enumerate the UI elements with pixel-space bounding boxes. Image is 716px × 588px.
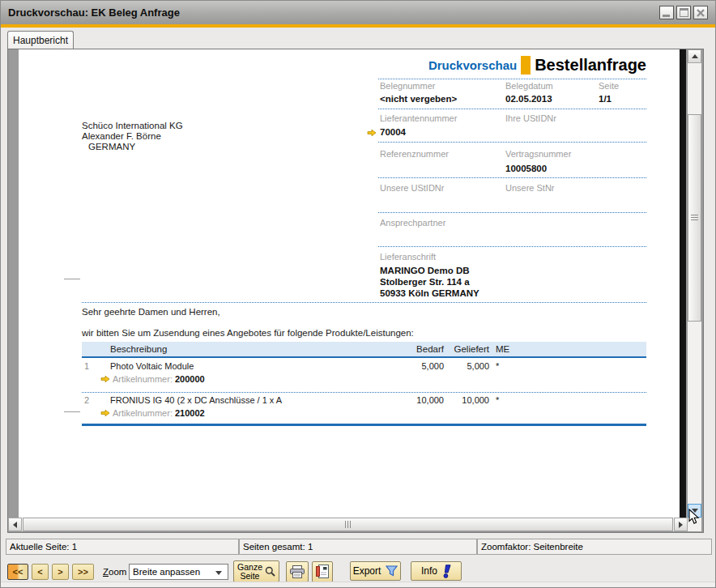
titlebar[interactable]: Druckvorschau: EK Beleg Anfrage xyxy=(1,1,715,24)
tab-hauptbericht[interactable]: Hauptbericht xyxy=(7,31,74,49)
mouse-cursor xyxy=(688,509,700,525)
scroll-right-button[interactable] xyxy=(674,518,688,531)
intro-text: wir bitten Sie um Zusendung eines Angebo… xyxy=(82,328,414,338)
value-belegdatum: 02.05.2013 xyxy=(505,94,552,104)
divider xyxy=(378,142,646,143)
label-lieferantennummer: Lieferantennummer xyxy=(380,113,457,123)
maximize-button[interactable] xyxy=(676,6,691,19)
scroll-right-icon xyxy=(679,522,683,528)
value-belegnummer: <nicht vergeben> xyxy=(380,94,457,104)
delivery-address: MARINGO Demo DB Stolberger Str. 114 a 50… xyxy=(380,265,479,299)
thumb-grip xyxy=(691,215,698,221)
col-header-me: ME xyxy=(496,344,509,354)
info-label: Info xyxy=(421,565,437,577)
prev-page-button[interactable]: < xyxy=(32,564,49,580)
row-geliefert: 10,000 xyxy=(424,395,489,405)
zoom-label-accel: Z xyxy=(103,567,109,577)
status-zoom-factor: Zoomfaktor: Seitenbreite xyxy=(477,539,712,555)
col-header-description: Beschreibung xyxy=(110,344,167,354)
vendor-address: Schüco International KG Alexander F. Bör… xyxy=(82,121,183,152)
label-seite: Seite xyxy=(599,81,619,91)
delivery-address-line: Stolberger Str. 114 a xyxy=(380,276,479,288)
scroll-up-button[interactable] xyxy=(688,49,701,63)
divider xyxy=(378,177,646,178)
items-table-header: Beschreibung Bedarf Geliefert ME xyxy=(82,342,646,358)
table-row: 1 Photo Voltaic Module 5,000 5,000 * xyxy=(82,359,646,372)
fold-mark xyxy=(64,279,80,279)
info-button[interactable]: Info xyxy=(411,561,462,581)
article-number-row: Artikelnummer: 200000 xyxy=(100,374,205,384)
row-me: * xyxy=(496,361,499,371)
link-arrow-icon[interactable] xyxy=(367,129,377,137)
print-preview-window: Druckvorschau: EK Beleg Anfrage Hauptber… xyxy=(0,0,716,588)
article-number-value: 200000 xyxy=(175,374,205,384)
scroll-up-icon xyxy=(692,54,698,58)
label-ihre-ustidnr: Ihre UStIDNr xyxy=(505,113,556,123)
table-bottom-line xyxy=(82,424,646,426)
close-button[interactable] xyxy=(693,6,708,19)
first-page-button[interactable]: << xyxy=(7,564,28,580)
window-title: Druckvorschau: EK Beleg Anfrage xyxy=(8,6,180,19)
fold-mark xyxy=(64,411,80,412)
zoom-label: Zoom xyxy=(103,567,126,577)
divider xyxy=(82,302,646,303)
print-button[interactable] xyxy=(286,561,309,582)
document-page: Druckvorschau Bestellanfrage Belegnummer… xyxy=(19,49,680,518)
whole-page-label: Ganze Seite xyxy=(237,563,262,581)
export-button[interactable]: Export xyxy=(350,561,401,581)
label-vertragsnummer: Vertragsnummer xyxy=(505,149,571,159)
close-icon xyxy=(697,9,705,17)
document-title: Bestellanfrage xyxy=(535,56,646,75)
scroll-left-button[interactable] xyxy=(8,518,22,531)
horizontal-scroll-thumb[interactable] xyxy=(23,518,673,531)
divider xyxy=(378,212,646,213)
horizontal-scrollbar[interactable] xyxy=(8,518,688,531)
vendor-address-line: Schüco International KG xyxy=(82,121,183,131)
status-current-page: Aktuelle Seite: 1 xyxy=(6,539,239,555)
window-controls xyxy=(659,6,708,19)
col-header-geliefert: Geliefert xyxy=(424,344,489,354)
article-number-label: Artikelnummer: xyxy=(113,408,173,418)
printer-icon xyxy=(290,565,305,578)
divider xyxy=(378,79,646,79)
print-setup-icon xyxy=(316,565,329,579)
whole-page-line1: Ganze xyxy=(237,563,262,572)
value-seite: 1/1 xyxy=(599,94,612,104)
divider xyxy=(378,246,646,247)
link-arrow-icon[interactable] xyxy=(100,409,110,417)
accent-bar xyxy=(1,24,715,28)
vertical-scrollbar[interactable] xyxy=(688,49,701,518)
row-geliefert: 5,000 xyxy=(424,361,489,371)
whole-page-button[interactable]: Ganze Seite xyxy=(233,560,279,582)
vertical-scroll-thumb[interactable] xyxy=(688,114,701,322)
label-lieferanschrift: Lieferanschrift xyxy=(380,252,436,262)
article-number-value: 210002 xyxy=(175,408,205,418)
divider xyxy=(378,109,646,109)
label-belegdatum: Belegdatum xyxy=(505,81,553,91)
last-page-button[interactable]: >> xyxy=(72,564,94,580)
row-me: * xyxy=(496,395,499,405)
link-arrow-icon[interactable] xyxy=(100,375,110,383)
value-lieferantennummer: 70004 xyxy=(380,127,406,137)
page-shadow xyxy=(680,49,686,518)
article-number-label: Artikelnummer: xyxy=(113,374,173,384)
minimize-button[interactable] xyxy=(659,6,674,19)
magnifier-icon xyxy=(265,566,275,577)
tab-label: Hauptbericht xyxy=(13,35,68,46)
next-page-button[interactable]: > xyxy=(52,564,69,580)
gold-block-icon xyxy=(521,56,531,75)
label-belegnummer: Belegnummer xyxy=(380,81,435,91)
zoom-label-rest: oom xyxy=(109,567,126,577)
vendor-address-line: Alexander F. Börne xyxy=(82,131,183,142)
export-label: Export xyxy=(353,565,381,577)
delivery-address-line: 50933 Köln GERMANY xyxy=(380,288,479,299)
article-number-row: Artikelnummer: 210002 xyxy=(100,408,205,418)
row-number: 1 xyxy=(84,361,89,371)
print-setup-button[interactable] xyxy=(312,561,333,582)
zoom-select[interactable]: Breite anpassen xyxy=(129,564,228,580)
dropdown-arrow-icon xyxy=(215,571,222,575)
label-referenznummer: Referenznummer xyxy=(380,149,449,159)
vendor-address-line: GERMANY xyxy=(82,142,183,152)
label-unsere-ustidnr: Unsere UStIDNr xyxy=(380,183,444,193)
minimize-icon xyxy=(663,8,671,17)
